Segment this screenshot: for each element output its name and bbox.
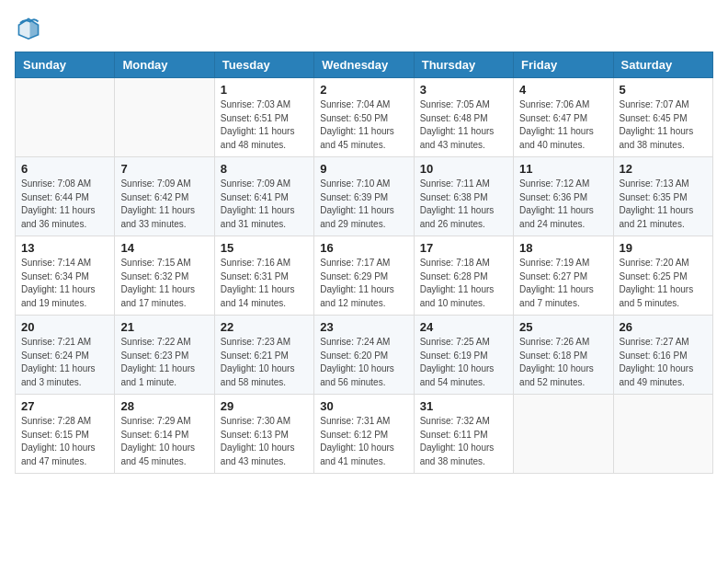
day-info: Sunrise: 7:27 AM Sunset: 6:16 PM Dayligh… [620,336,707,389]
day-number: 23 [320,320,407,334]
day-info: Sunrise: 7:18 AM Sunset: 6:28 PM Dayligh… [420,257,507,310]
day-info: Sunrise: 7:04 AM Sunset: 6:50 PM Dayligh… [320,98,407,152]
calendar-header-thursday: Thursday [414,52,513,78]
calendar-cell: 5Sunrise: 7:07 AM Sunset: 6:45 PM Daylig… [613,78,712,157]
day-number: 11 [519,162,607,176]
calendar-cell: 30Sunrise: 7:31 AM Sunset: 6:12 PM Dayli… [314,395,414,474]
day-number: 3 [420,83,507,97]
day-info: Sunrise: 7:12 AM Sunset: 6:36 PM Dayligh… [519,178,607,231]
calendar-header-sunday: Sunday [16,52,115,78]
day-info: Sunrise: 7:11 AM Sunset: 6:38 PM Dayligh… [420,178,507,231]
day-number: 25 [519,320,607,334]
calendar-cell: 20Sunrise: 7:21 AM Sunset: 6:24 PM Dayli… [16,316,115,395]
calendar-table: SundayMondayTuesdayWednesdayThursdayFrid… [15,52,713,474]
day-number: 29 [221,399,308,413]
calendar-cell: 13Sunrise: 7:14 AM Sunset: 6:34 PM Dayli… [16,236,115,316]
day-number: 18 [519,241,607,255]
day-number: 4 [519,83,607,97]
calendar-cell: 6Sunrise: 7:08 AM Sunset: 6:44 PM Daylig… [16,157,115,236]
day-number: 17 [420,241,507,255]
day-number: 10 [420,162,507,176]
calendar-cell: 14Sunrise: 7:15 AM Sunset: 6:32 PM Dayli… [115,236,214,316]
day-number: 31 [420,399,507,413]
day-info: Sunrise: 7:09 AM Sunset: 6:41 PM Dayligh… [221,178,308,231]
day-info: Sunrise: 7:29 AM Sunset: 6:14 PM Dayligh… [120,415,208,468]
day-info: Sunrise: 7:15 AM Sunset: 6:32 PM Dayligh… [120,257,208,310]
day-info: Sunrise: 7:26 AM Sunset: 6:18 PM Dayligh… [519,336,607,389]
day-info: Sunrise: 7:24 AM Sunset: 6:20 PM Dayligh… [320,336,407,389]
day-number: 20 [21,320,108,334]
calendar-cell: 21Sunrise: 7:22 AM Sunset: 6:23 PM Dayli… [115,316,214,395]
calendar-cell [514,395,613,474]
day-number: 21 [120,320,208,334]
day-info: Sunrise: 7:03 AM Sunset: 6:51 PM Dayligh… [221,98,308,152]
calendar-cell: 10Sunrise: 7:11 AM Sunset: 6:38 PM Dayli… [414,157,513,236]
day-info: Sunrise: 7:07 AM Sunset: 6:45 PM Dayligh… [620,98,707,152]
calendar-cell: 17Sunrise: 7:18 AM Sunset: 6:28 PM Dayli… [414,236,513,316]
calendar-week-2: 13Sunrise: 7:14 AM Sunset: 6:34 PM Dayli… [16,236,713,316]
calendar-cell: 8Sunrise: 7:09 AM Sunset: 6:41 PM Daylig… [214,157,313,236]
calendar-cell: 16Sunrise: 7:17 AM Sunset: 6:29 PM Dayli… [314,236,414,316]
day-info: Sunrise: 7:05 AM Sunset: 6:48 PM Dayligh… [420,98,507,152]
day-number: 28 [120,399,208,413]
logo-icon [15,15,42,42]
day-number: 1 [221,83,308,97]
day-number: 24 [420,320,507,334]
calendar-week-4: 27Sunrise: 7:28 AM Sunset: 6:15 PM Dayli… [16,395,713,474]
day-number: 19 [620,241,707,255]
day-info: Sunrise: 7:17 AM Sunset: 6:29 PM Dayligh… [320,257,407,310]
day-info: Sunrise: 7:21 AM Sunset: 6:24 PM Dayligh… [21,336,108,389]
day-number: 27 [21,399,108,413]
calendar-header-row: SundayMondayTuesdayWednesdayThursdayFrid… [16,52,713,78]
calendar-cell: 15Sunrise: 7:16 AM Sunset: 6:31 PM Dayli… [214,236,313,316]
calendar-header-friday: Friday [514,52,613,78]
calendar-header-tuesday: Tuesday [214,52,313,78]
day-number: 16 [320,241,407,255]
day-number: 5 [620,83,707,97]
calendar-cell: 26Sunrise: 7:27 AM Sunset: 6:16 PM Dayli… [613,316,712,395]
calendar-cell: 27Sunrise: 7:28 AM Sunset: 6:15 PM Dayli… [16,395,115,474]
calendar-cell: 31Sunrise: 7:32 AM Sunset: 6:11 PM Dayli… [414,395,513,474]
calendar-cell: 11Sunrise: 7:12 AM Sunset: 6:36 PM Dayli… [514,157,613,236]
day-info: Sunrise: 7:32 AM Sunset: 6:11 PM Dayligh… [420,415,507,468]
calendar-cell: 19Sunrise: 7:20 AM Sunset: 6:25 PM Dayli… [613,236,712,316]
day-number: 2 [320,83,407,97]
calendar-cell: 9Sunrise: 7:10 AM Sunset: 6:39 PM Daylig… [314,157,414,236]
day-number: 22 [221,320,308,334]
calendar-week-1: 6Sunrise: 7:08 AM Sunset: 6:44 PM Daylig… [16,157,713,236]
calendar-cell: 12Sunrise: 7:13 AM Sunset: 6:35 PM Dayli… [613,157,712,236]
day-number: 9 [320,162,407,176]
calendar-cell: 28Sunrise: 7:29 AM Sunset: 6:14 PM Dayli… [115,395,214,474]
calendar-cell: 7Sunrise: 7:09 AM Sunset: 6:42 PM Daylig… [115,157,214,236]
day-info: Sunrise: 7:06 AM Sunset: 6:47 PM Dayligh… [519,98,607,152]
calendar-cell: 22Sunrise: 7:23 AM Sunset: 6:21 PM Dayli… [214,316,313,395]
day-info: Sunrise: 7:10 AM Sunset: 6:39 PM Dayligh… [320,178,407,231]
day-info: Sunrise: 7:09 AM Sunset: 6:42 PM Dayligh… [120,178,208,231]
day-info: Sunrise: 7:22 AM Sunset: 6:23 PM Dayligh… [120,336,208,389]
calendar-cell [16,78,115,157]
calendar-cell: 23Sunrise: 7:24 AM Sunset: 6:20 PM Dayli… [314,316,414,395]
calendar-cell [115,78,214,157]
day-info: Sunrise: 7:13 AM Sunset: 6:35 PM Dayligh… [620,178,707,231]
day-number: 12 [620,162,707,176]
day-number: 8 [221,162,308,176]
calendar-cell: 2Sunrise: 7:04 AM Sunset: 6:50 PM Daylig… [314,78,414,157]
day-info: Sunrise: 7:20 AM Sunset: 6:25 PM Dayligh… [620,257,707,310]
calendar-header-monday: Monday [115,52,214,78]
calendar-cell: 18Sunrise: 7:19 AM Sunset: 6:27 PM Dayli… [514,236,613,316]
calendar-header-saturday: Saturday [613,52,712,78]
calendar-cell: 25Sunrise: 7:26 AM Sunset: 6:18 PM Dayli… [514,316,613,395]
day-info: Sunrise: 7:16 AM Sunset: 6:31 PM Dayligh… [221,257,308,310]
day-info: Sunrise: 7:30 AM Sunset: 6:13 PM Dayligh… [221,415,308,468]
calendar-cell: 24Sunrise: 7:25 AM Sunset: 6:19 PM Dayli… [414,316,513,395]
calendar-cell: 1Sunrise: 7:03 AM Sunset: 6:51 PM Daylig… [214,78,313,157]
day-info: Sunrise: 7:14 AM Sunset: 6:34 PM Dayligh… [21,257,108,310]
day-info: Sunrise: 7:19 AM Sunset: 6:27 PM Dayligh… [519,257,607,310]
day-info: Sunrise: 7:25 AM Sunset: 6:19 PM Dayligh… [420,336,507,389]
calendar-cell: 29Sunrise: 7:30 AM Sunset: 6:13 PM Dayli… [214,395,313,474]
day-number: 30 [320,399,407,413]
day-number: 26 [620,320,707,334]
page-header [15,15,713,42]
day-info: Sunrise: 7:08 AM Sunset: 6:44 PM Dayligh… [21,178,108,231]
calendar-cell [613,395,712,474]
